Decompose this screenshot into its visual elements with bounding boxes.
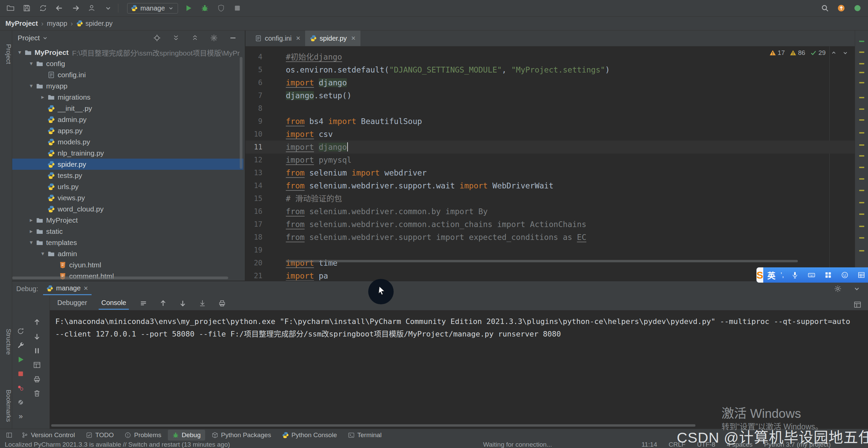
locate-button[interactable] — [151, 32, 163, 44]
tree-item[interactable]: ▸MyProject — [12, 215, 243, 226]
code-line[interactable]: 16from selenium.webdriver.common.by impo… — [245, 205, 855, 218]
code-line[interactable]: 11import django — [245, 141, 855, 154]
status-message[interactable]: Localized PyCharm 2021.3.3 is available … — [5, 441, 230, 448]
chevron-open-icon[interactable]: ▾ — [26, 60, 36, 67]
tree-item[interactable]: ▾myapp — [12, 80, 243, 91]
resume-button[interactable] — [15, 354, 26, 365]
ime-toolbar[interactable]: S 英 ’, — [756, 267, 868, 283]
toolwindow-button-debug[interactable]: Debug — [168, 430, 205, 441]
tree-item[interactable]: models.py — [12, 136, 243, 147]
smiley-button[interactable] — [839, 269, 850, 281]
restore-layout-button[interactable] — [852, 299, 863, 310]
tree-item[interactable]: ciyun.html — [12, 259, 243, 270]
tree-item[interactable]: apps.py — [12, 125, 243, 136]
debug-tab-debugger[interactable]: Debugger — [55, 297, 90, 310]
tree-horizontal-scrollbar[interactable] — [12, 277, 228, 279]
open-folder-button[interactable] — [5, 2, 16, 14]
trash-button[interactable] — [31, 388, 43, 399]
tree-item[interactable]: admin.py — [12, 114, 243, 125]
grid-button[interactable] — [855, 269, 867, 281]
debug-session-tab[interactable]: manage × — [43, 283, 92, 295]
code-editor[interactable]: 4#初始化django5os.environ.setdefault("DJANG… — [245, 46, 855, 281]
stripe-mark[interactable] — [859, 52, 864, 53]
status-item[interactable]: 11:14 — [642, 441, 657, 448]
chevron-closed-icon[interactable]: ▸ — [26, 228, 36, 235]
forward-arrow-button[interactable] — [70, 2, 81, 14]
stripe-mark[interactable] — [859, 250, 864, 251]
code-line[interactable]: 6import django — [245, 76, 855, 89]
tree-item[interactable]: urls.py — [12, 181, 243, 192]
tree-item[interactable]: spider.py — [12, 159, 243, 170]
stripe-mark[interactable] — [859, 190, 864, 191]
restore-layout-button[interactable] — [31, 359, 43, 371]
sort-lines-button[interactable] — [138, 298, 149, 309]
tree-item[interactable]: word_cloud.py — [12, 203, 243, 215]
green-dot-button[interactable] — [852, 2, 863, 14]
tree-item[interactable]: config.ini — [12, 69, 243, 80]
chevron-closed-icon[interactable]: ▸ — [26, 217, 36, 224]
close-icon[interactable]: × — [351, 34, 356, 43]
save-button[interactable] — [21, 2, 33, 14]
chevron-down-button[interactable] — [102, 2, 114, 14]
tree-item[interactable]: ▾admin — [12, 248, 243, 259]
print-button[interactable] — [31, 373, 43, 385]
stripe-mark[interactable] — [859, 226, 864, 227]
code-line[interactable]: 12import pymysql — [245, 154, 855, 166]
stop-red-button[interactable] — [15, 368, 26, 380]
breadcrumb-item[interactable]: MyProject — [5, 20, 38, 27]
user-button[interactable] — [86, 2, 98, 14]
update-button[interactable] — [835, 2, 847, 14]
code-line[interactable]: 18from selenium.webdriver.support import… — [245, 231, 855, 244]
toolwindow-button-version-control[interactable]: Version Control — [17, 430, 79, 441]
arrow-down-button[interactable] — [31, 331, 43, 342]
code-line[interactable]: 14from selenium.webdriver.support.wait i… — [245, 179, 855, 192]
code-line[interactable]: 4#初始化django — [245, 50, 855, 63]
status-item[interactable]: Python 3.7 (my project) — [764, 441, 831, 448]
arrow-up-button[interactable] — [157, 298, 169, 309]
chevron-open-icon[interactable]: ▾ — [26, 82, 36, 89]
pause-button[interactable] — [31, 345, 43, 357]
stripe-mark[interactable] — [859, 119, 864, 121]
tree-item[interactable]: ▾MyProjectF:\项目整理完成部分\ssm改springboot项目模版… — [12, 47, 243, 58]
scroll-end-button[interactable] — [197, 298, 208, 309]
code-line[interactable]: 5os.environ.setdefault("DJANGO_SETTINGS_… — [245, 63, 855, 76]
run-button[interactable] — [183, 2, 194, 14]
ime-language-toggle[interactable]: 英 — [767, 269, 775, 281]
stripe-mark[interactable] — [859, 144, 864, 146]
print-button[interactable] — [216, 298, 228, 309]
stripe-mark[interactable] — [859, 167, 864, 168]
stripe-mark[interactable] — [859, 82, 864, 83]
status-item[interactable]: UTF-8 — [697, 441, 715, 448]
tree-item[interactable]: nlp_training.py — [12, 147, 243, 159]
tree-item[interactable]: ▸migrations — [12, 91, 243, 103]
stripe-mark[interactable] — [859, 97, 864, 98]
debug-tab-console[interactable]: Console — [99, 297, 129, 310]
code-line[interactable]: 8 — [245, 102, 855, 115]
stripe-mark[interactable] — [859, 72, 864, 73]
run-config-selector[interactable]: manage — [127, 3, 178, 14]
tree-item[interactable]: ▾templates — [12, 237, 243, 248]
editor-tab[interactable]: spider.py× — [305, 30, 360, 46]
toolstrip-bookmarks-button[interactable]: Bookmarks — [0, 390, 12, 422]
toolstrip-project-button[interactable]: Project — [0, 44, 12, 64]
toolwindow-button-problems[interactable]: Problems — [120, 430, 165, 441]
toolstrip-structure-button[interactable]: Structure — [0, 329, 12, 355]
code-line[interactable]: 9from bs4 import BeautifulSoup — [245, 115, 855, 128]
code-line[interactable]: 19 — [245, 244, 855, 257]
chevron-open-icon[interactable]: ▾ — [26, 239, 36, 246]
console-horizontal-scrollbar[interactable] — [51, 424, 695, 427]
code-line[interactable]: 17from selenium.webdriver.common.action_… — [245, 218, 855, 231]
breadcrumb-item[interactable]: myapp — [47, 20, 67, 27]
arrow-down-button[interactable] — [177, 298, 189, 309]
stripe-mark[interactable] — [859, 155, 864, 157]
stripe-mark[interactable] — [859, 108, 864, 110]
code-line[interactable]: 10import csv — [245, 128, 855, 141]
debug-bug-button[interactable] — [199, 2, 211, 14]
editor-tab[interactable]: config.ini× — [250, 30, 305, 46]
arrow-up-button[interactable] — [31, 317, 43, 328]
chevron-open-icon[interactable]: ▾ — [38, 250, 47, 257]
more-button[interactable]: » — [15, 411, 26, 422]
debug-console[interactable]: F:\anaconda\miniconda3\envs\my_project\p… — [50, 310, 868, 429]
project-panel-title[interactable]: Project — [18, 34, 48, 42]
toolbox-button[interactable] — [822, 269, 834, 281]
